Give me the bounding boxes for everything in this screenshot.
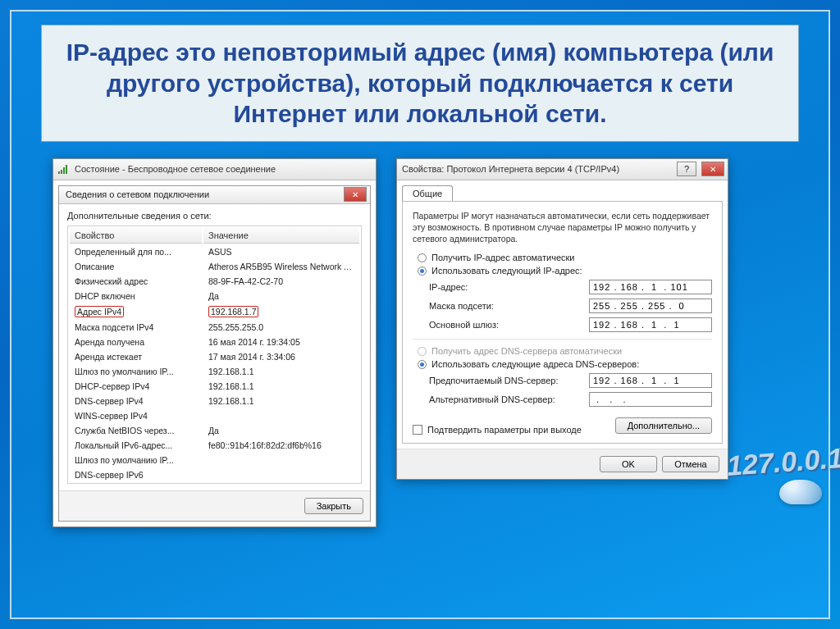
value-cell	[203, 409, 359, 422]
dialog-footer: OK Отмена	[397, 449, 728, 479]
help-icon[interactable]: ?	[677, 162, 696, 176]
table-row[interactable]: DHCP-сервер IPv4192.168.1.1	[70, 380, 359, 393]
window-titlebar[interactable]: Свойства: Протокол Интернета версии 4 (T…	[397, 159, 728, 180]
table-row[interactable]: Служба NetBIOS через...Да	[70, 424, 359, 437]
window-title: Состояние - Беспроводное сетевое соедине…	[75, 164, 372, 174]
ip-address-row: IP-адрес:	[429, 280, 712, 294]
radio-icon	[418, 360, 427, 369]
dialog-titlebar[interactable]: Сведения о сетевом подключении ✕	[59, 186, 370, 204]
radio-manual-dns[interactable]: Использовать следующие адреса DNS-сервер…	[418, 359, 712, 369]
window-title: Свойства: Протокол Интернета версии 4 (T…	[402, 164, 672, 174]
table-row[interactable]: Аренда получена16 мая 2014 г. 19:34:05	[70, 335, 359, 349]
table-row[interactable]: Локальный IPv6-адрес...fe80::91b4:16f:82…	[70, 439, 359, 452]
value-cell: 88-9F-FA-42-C2-70	[203, 275, 359, 288]
table-row[interactable]: ОписаниеAtheros AR5B95 Wireless Network …	[70, 260, 359, 273]
value-cell: 17 мая 2014 г. 3:34:06	[203, 350, 359, 363]
radio-label: Получить адрес DNS-сервера автоматически	[431, 346, 622, 356]
close-button[interactable]: Закрыть	[304, 498, 363, 514]
wifi-signal-icon	[58, 164, 70, 174]
network-properties-table: Свойство Значение Определенный для по...…	[67, 226, 362, 484]
highlighted-property: Адрес IPv4	[75, 306, 124, 317]
value-cell: 16 мая 2014 г. 19:34:05	[203, 335, 359, 349]
radio-auto-dns: Получить адрес DNS-сервера автоматически	[418, 346, 712, 356]
value-cell: fe80::91b4:16f:82d2:df6b%16	[203, 439, 359, 452]
value-cell: Atheros AR5B95 Wireless Network Adapt	[203, 260, 359, 273]
field-label: IP-адрес:	[429, 282, 589, 292]
window-titlebar[interactable]: Состояние - Беспроводное сетевое соедине…	[53, 159, 376, 180]
tcpip-properties-window: Свойства: Протокол Интернета версии 4 (T…	[396, 158, 728, 481]
preferred-dns-row: Предпочитаемый DNS-сервер:	[429, 373, 712, 388]
property-cell: Аренда получена	[70, 335, 202, 349]
help-text: Параметры IP могут назначаться автоматич…	[413, 210, 712, 245]
windows-row: Состояние - Беспроводное сетевое соедине…	[11, 152, 829, 534]
subnet-mask-input[interactable]	[589, 299, 712, 313]
dialog-body: Параметры IP могут назначаться автоматич…	[402, 201, 723, 444]
field-label: Предпочитаемый DNS-сервер:	[429, 376, 589, 385]
radio-auto-ip[interactable]: Получить IP-адрес автоматически	[418, 253, 712, 262]
dialog-body: Дополнительные сведения о сети: Свойство…	[59, 204, 370, 490]
network-status-window: Состояние - Беспроводное сетевое соедине…	[52, 158, 377, 527]
property-cell: Адрес IPv4	[70, 304, 202, 319]
table-row[interactable]: Аренда истекает17 мая 2014 г. 3:34:06	[70, 350, 359, 363]
validate-checkbox-row[interactable]: Подтвердить параметры при выходе	[413, 425, 609, 435]
network-details-dialog: Сведения о сетевом подключении ✕ Дополни…	[58, 185, 371, 522]
highlighted-value: 192.168.1.7	[208, 306, 258, 317]
radio-label: Получить IP-адрес автоматически	[431, 253, 574, 262]
ip-address-input[interactable]	[589, 280, 712, 294]
radio-icon	[418, 267, 427, 276]
property-cell: Маска подсети IPv4	[70, 321, 202, 334]
close-icon[interactable]: ✕	[701, 162, 724, 176]
table-row[interactable]: Адрес IPv4192.168.1.7	[70, 304, 359, 319]
property-cell: Шлюз по умолчанию IP...	[70, 454, 202, 467]
field-label: Маска подсети:	[429, 301, 589, 311]
tabstrip: Общие	[397, 180, 728, 201]
value-cell: 192.168.1.1	[203, 394, 359, 408]
alternate-dns-row: Альтернативный DNS-сервер:	[429, 392, 712, 407]
preferred-dns-input[interactable]	[589, 373, 712, 388]
table-row[interactable]: Физический адрес88-9F-FA-42-C2-70	[70, 275, 359, 288]
tab-general[interactable]: Общие	[402, 185, 453, 201]
radio-icon	[418, 347, 427, 356]
value-cell	[203, 468, 359, 481]
column-header-property[interactable]: Свойство	[70, 228, 202, 244]
property-cell: DHCP включен	[70, 289, 202, 303]
table-row[interactable]: Шлюз по умолчанию IP...192.168.1.1	[70, 365, 359, 378]
property-cell: DHCP-сервер IPv4	[70, 380, 202, 393]
property-cell: Описание	[70, 260, 202, 273]
advanced-button[interactable]: Дополнительно...	[615, 417, 712, 434]
table-row[interactable]: WINS-сервер IPv4	[70, 409, 359, 422]
property-cell: WINS-сервер IPv4	[70, 409, 202, 422]
slide-frame: IP-адрес это неповторимый адрес (имя) ко…	[10, 10, 830, 619]
value-cell: ASUS	[203, 245, 359, 258]
dialog-title: Сведения о сетевом подключении	[66, 189, 344, 199]
table-row[interactable]: DNS-сервер IPv6	[70, 468, 359, 481]
table-row[interactable]: Определенный для по...ASUS	[70, 245, 359, 258]
value-cell: 255.255.255.0	[203, 321, 359, 334]
table-row[interactable]: Шлюз по умолчанию IP...	[70, 454, 359, 467]
value-cell: 192.168.1.1	[203, 365, 359, 378]
radio-label: Использовать следующие адреса DNS-сервер…	[431, 359, 639, 369]
value-cell: Да	[203, 424, 359, 437]
value-cell: 192.168.1.1	[203, 380, 359, 393]
dialog-footer: Закрыть	[59, 490, 370, 521]
cancel-button[interactable]: Отмена	[662, 456, 719, 472]
divider	[413, 339, 712, 340]
radio-manual-ip[interactable]: Использовать следующий IP-адрес:	[418, 266, 712, 276]
subnet-mask-row: Маска подсети:	[429, 299, 712, 313]
value-cell	[203, 454, 359, 467]
table-row[interactable]: DNS-сервер IPv4192.168.1.1	[70, 394, 359, 408]
property-cell: DNS-сервер IPv4	[70, 394, 202, 408]
checkbox-label: Подтвердить параметры при выходе	[427, 425, 582, 435]
checkbox-icon	[413, 425, 422, 435]
property-cell: DNS-сервер IPv6	[70, 468, 202, 481]
alternate-dns-input[interactable]	[589, 392, 712, 407]
ok-button[interactable]: OK	[600, 456, 657, 472]
table-row[interactable]: Маска подсети IPv4255.255.255.0	[70, 321, 359, 334]
table-row[interactable]: DHCP включенДа	[70, 289, 359, 303]
column-header-value[interactable]: Значение	[203, 228, 359, 244]
close-icon[interactable]: ✕	[344, 187, 367, 202]
gateway-input[interactable]	[589, 317, 712, 332]
field-label: Альтернативный DNS-сервер:	[429, 394, 589, 404]
property-cell: Аренда истекает	[70, 350, 202, 363]
radio-label: Использовать следующий IP-адрес:	[431, 266, 582, 276]
